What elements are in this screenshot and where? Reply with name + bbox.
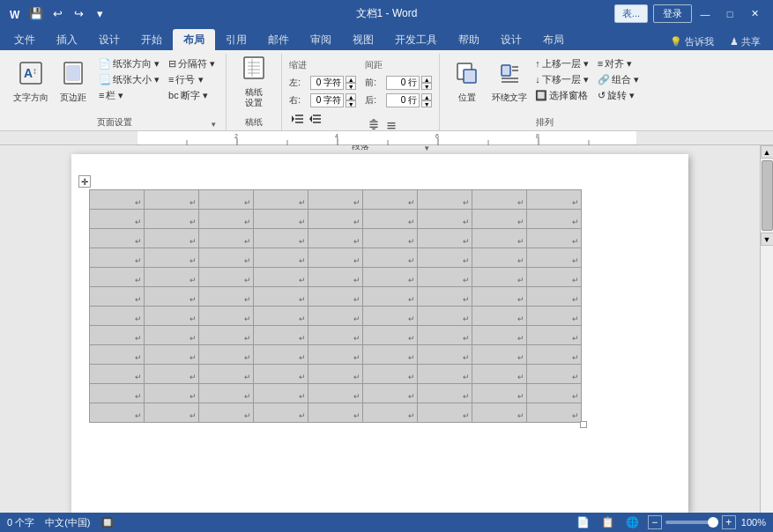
table-cell[interactable]: ↵ [527, 326, 582, 345]
page-margins-btn[interactable]: 页边距 [53, 55, 93, 108]
maximize-btn[interactable]: □ [718, 5, 741, 23]
table-cell[interactable]: ↵ [418, 365, 472, 384]
tab-design[interactable]: 设计 [88, 29, 130, 50]
position-btn[interactable]: 位置 [447, 55, 487, 108]
spacing-before-up[interactable]: ▲ [421, 76, 432, 83]
table-cell[interactable]: ↵ [90, 190, 145, 210]
spacing-before-input[interactable] [386, 76, 420, 90]
login-btn[interactable]: 登录 [653, 4, 692, 23]
table-cell[interactable]: ↵ [199, 248, 254, 268]
scroll-down-btn[interactable]: ▼ [761, 233, 774, 246]
table-cell[interactable]: ↵ [90, 384, 145, 403]
table-cell[interactable]: ↵ [254, 345, 308, 365]
word-table[interactable]: ↵↵↵↵↵↵↵↵↵↵↵↵↵↵↵↵↵↵↵↵↵↵↵↵↵↵↵↵↵↵↵↵↵↵↵↵↵↵↵↵… [89, 189, 582, 423]
macro-icon[interactable]: 🔲 [101, 517, 114, 528]
table-cell[interactable]: ↵ [472, 307, 527, 326]
table-cell[interactable]: ↵ [145, 268, 199, 287]
table-cell[interactable]: ↵ [308, 190, 363, 210]
scroll-up-btn[interactable]: ▲ [761, 145, 774, 159]
paper-size-btn[interactable]: 📃 纸张大小 ▾ [95, 71, 163, 87]
tab-view[interactable]: 视图 [342, 29, 384, 50]
table-cell[interactable]: ↵ [472, 384, 527, 403]
table-cell[interactable]: ↵ [308, 326, 363, 345]
table-cell[interactable]: ↵ [199, 307, 254, 326]
table-cell[interactable]: ↵ [90, 248, 145, 268]
save-quick-btn[interactable]: 💾 [26, 4, 46, 24]
share-btn[interactable]: ♟ 共享 [725, 33, 766, 50]
vertical-scrollbar[interactable]: ▲ ▼ [760, 145, 773, 513]
zoom-plus-btn[interactable]: + [722, 515, 736, 529]
hyphenation-btn[interactable]: bc 断字 ▾ [165, 87, 219, 103]
indent-right-up[interactable]: ▲ [346, 93, 356, 100]
table-cell[interactable]: ↵ [418, 190, 472, 210]
table-cell[interactable]: ↵ [472, 210, 527, 229]
zoom-track[interactable] [665, 521, 718, 524]
table-cell[interactable]: ↵ [472, 229, 527, 248]
close-btn[interactable]: ✕ [743, 5, 766, 23]
table-move-handle[interactable]: ✛ [78, 175, 91, 188]
table-cell[interactable]: ↵ [363, 326, 418, 345]
table-cell[interactable]: ↵ [418, 268, 472, 287]
table-cell[interactable]: ↵ [254, 190, 308, 210]
tab-table-design[interactable]: 设计 [490, 29, 532, 50]
spacing-before-down[interactable]: ▼ [421, 83, 432, 90]
align-btn[interactable]: ≡ 对齐 ▾ [594, 55, 643, 71]
table-cell[interactable]: ↵ [308, 345, 363, 365]
table-cell[interactable]: ↵ [308, 268, 363, 287]
table-cell[interactable]: ↵ [145, 229, 199, 248]
table-cell[interactable]: ↵ [254, 403, 308, 423]
table-cell[interactable]: ↵ [308, 403, 363, 423]
table-cell[interactable]: ↵ [308, 210, 363, 229]
table-cell[interactable]: ↵ [418, 326, 472, 345]
table-cell[interactable]: ↵ [363, 403, 418, 423]
table-cell[interactable]: ↵ [418, 210, 472, 229]
table-cell[interactable]: ↵ [90, 403, 145, 423]
table-cell[interactable]: ↵ [363, 248, 418, 268]
wrap-text-btn[interactable]: 环绕文字 [489, 55, 530, 108]
manuscript-btn[interactable]: 稿纸设置 [234, 55, 274, 108]
minimize-btn[interactable]: — [694, 5, 717, 23]
table-cell[interactable]: ↵ [308, 307, 363, 326]
table-cell[interactable]: ↵ [472, 403, 527, 423]
table-cell[interactable]: ↵ [145, 190, 199, 210]
indent-right-input[interactable] [310, 93, 344, 107]
customize-quick-btn[interactable]: ▾ [90, 4, 109, 24]
table-cell[interactable]: ↵ [472, 365, 527, 384]
group-btn[interactable]: 🔗 组合 ▾ [594, 71, 643, 87]
rotate-btn[interactable]: ↺ 旋转 ▾ [594, 87, 643, 103]
table-cell[interactable]: ↵ [145, 210, 199, 229]
orientation-btn[interactable]: 📄 纸张方向 ▾ [95, 55, 163, 71]
line-numbers-btn[interactable]: ≡ 行号 ▾ [165, 71, 219, 87]
table-cell[interactable]: ↵ [418, 384, 472, 403]
view-web-btn[interactable]: 📋 [598, 514, 618, 530]
table-cell[interactable]: ↵ [472, 287, 527, 307]
table-cell[interactable]: ↵ [254, 326, 308, 345]
undo-quick-btn[interactable]: ↩ [48, 4, 67, 24]
tab-layout[interactable]: 布局 [173, 29, 215, 50]
table-cell[interactable]: ↵ [199, 268, 254, 287]
table-cell[interactable]: ↵ [363, 210, 418, 229]
table-cell[interactable]: ↵ [418, 287, 472, 307]
table-cell[interactable]: ↵ [308, 287, 363, 307]
document-page[interactable]: ✛ ↵↵↵↵↵↵↵↵↵↵↵↵↵↵↵↵↵↵↵↵↵↵↵↵↵↵↵↵↵↵↵↵↵↵↵↵↵↵… [71, 154, 688, 513]
table-cell[interactable]: ↵ [145, 403, 199, 423]
table-cell[interactable]: ↵ [308, 365, 363, 384]
send-backward-btn[interactable]: ↓ 下移一层 ▾ [531, 71, 592, 87]
table-cell[interactable]: ↵ [363, 384, 418, 403]
table-cell[interactable]: ↵ [363, 307, 418, 326]
table-cell[interactable]: ↵ [363, 190, 418, 210]
table-cell[interactable]: ↵ [90, 345, 145, 365]
indent-left-down[interactable]: ▼ [346, 83, 356, 90]
tab-review[interactable]: 审阅 [300, 29, 342, 50]
table-cell[interactable]: ↵ [527, 384, 582, 403]
table-cell[interactable]: ↵ [472, 248, 527, 268]
tab-help[interactable]: 帮助 [448, 29, 490, 50]
view-read-btn[interactable]: 🌐 [623, 514, 643, 530]
table-cell[interactable]: ↵ [199, 229, 254, 248]
table-cell[interactable]: ↵ [254, 365, 308, 384]
table-cell[interactable]: ↵ [527, 345, 582, 365]
table-cell[interactable]: ↵ [363, 365, 418, 384]
table-cell[interactable]: ↵ [199, 384, 254, 403]
table-cell[interactable]: ↵ [90, 326, 145, 345]
table-cell[interactable]: ↵ [527, 307, 582, 326]
